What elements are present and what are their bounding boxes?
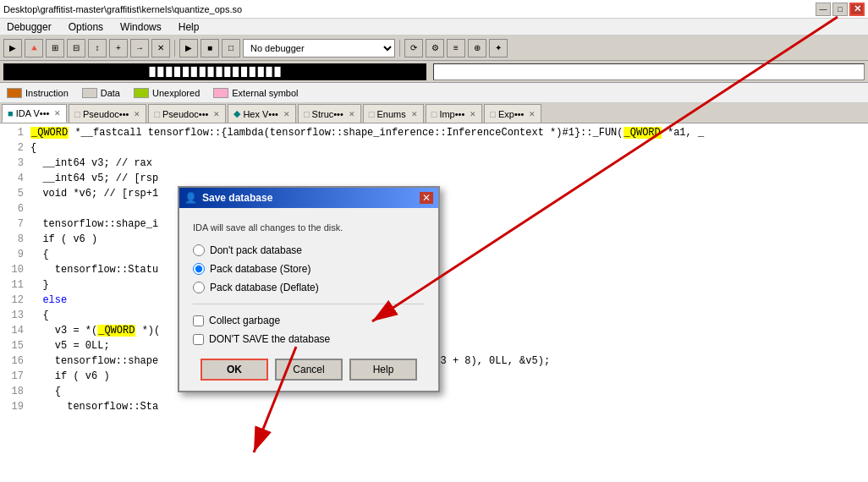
dialog-body: IDA will save all changes to the disk. D… xyxy=(179,208,438,391)
radio-group: Don't pack database Pack database (Store… xyxy=(193,241,425,297)
radio-dont-pack-input[interactable] xyxy=(193,244,205,256)
dialog-title-bar: 👤 Save database ✕ xyxy=(179,188,438,208)
checkbox-dont-save-label: DON'T SAVE the database xyxy=(209,333,330,345)
dialog-close-button[interactable]: ✕ xyxy=(420,192,433,204)
radio-pack-store: Pack database (Store) xyxy=(193,260,425,278)
radio-pack-deflate-input[interactable] xyxy=(193,282,205,293)
checkbox-dont-save: DON'T SAVE the database xyxy=(193,330,425,348)
radio-dont-pack: Don't pack database xyxy=(193,241,425,260)
dialog-divider xyxy=(193,304,425,304)
dialog-info-text: IDA will save all changes to the disk. xyxy=(193,222,425,234)
cancel-button[interactable]: Cancel xyxy=(275,359,343,381)
checkbox-group: Collect garbage DON'T SAVE the database xyxy=(193,311,425,348)
radio-pack-store-label: Pack database (Store) xyxy=(210,263,310,275)
radio-pack-deflate: Pack database (Deflate) xyxy=(193,278,425,297)
radio-dont-pack-label: Don't pack database xyxy=(210,244,302,256)
checkbox-collect-garbage: Collect garbage xyxy=(193,311,425,330)
dialog-icon: 👤 xyxy=(184,192,197,204)
checkbox-collect-input[interactable] xyxy=(193,315,204,326)
dialog-buttons: OK Cancel Help xyxy=(193,359,425,381)
ok-button[interactable]: OK xyxy=(201,359,268,381)
save-database-dialog: 👤 Save database ✕ IDA will save all chan… xyxy=(178,186,440,392)
dialog-title: Save database xyxy=(202,192,272,204)
radio-pack-deflate-label: Pack database (Deflate) xyxy=(210,282,319,293)
dialog-overlay: 👤 Save database ✕ IDA will save all chan… xyxy=(0,0,868,482)
help-button[interactable]: Help xyxy=(349,359,417,381)
radio-pack-store-input[interactable] xyxy=(193,263,205,275)
checkbox-collect-label: Collect garbage xyxy=(209,315,280,326)
checkbox-dont-save-input[interactable] xyxy=(193,334,204,345)
